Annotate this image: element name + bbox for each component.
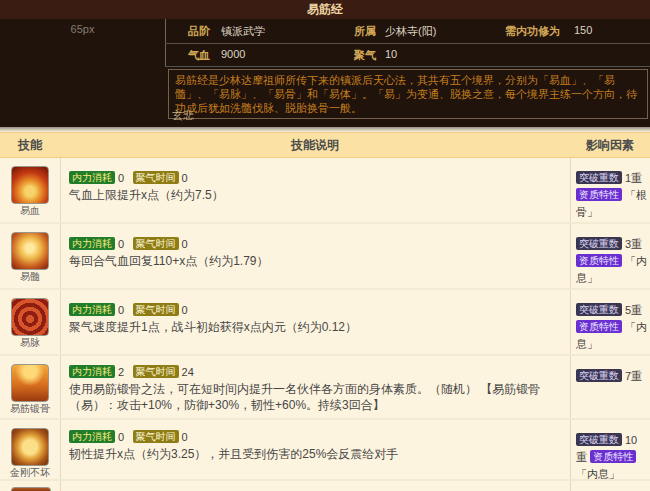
column-header-factors: 影响因素 bbox=[570, 133, 650, 157]
panel-divider bbox=[165, 66, 650, 67]
table-header: 技能 技能说明 影响因素 bbox=[0, 132, 650, 158]
skill-description: 聚气速度提升1点，战斗初始获得x点内元（约为0.12） bbox=[69, 319, 560, 335]
qi-time-value: 0 bbox=[182, 172, 188, 184]
skill-description: 每回合气血回复110+x点（约为1.79） bbox=[69, 253, 560, 269]
field-label-required-neigong: 需内功修为 bbox=[505, 24, 560, 39]
column-header-desc: 技能说明 bbox=[60, 133, 570, 157]
column-header-skill: 技能 bbox=[0, 133, 60, 157]
image-placeholder-text: 65px bbox=[71, 23, 95, 35]
qi-time-badge: 聚气时间 bbox=[133, 365, 179, 378]
skill-name: 金刚不坏 bbox=[0, 467, 60, 479]
aptitude-badge: 资质特性 bbox=[576, 188, 622, 201]
aptitude-value: 「内息」 bbox=[576, 467, 620, 479]
field-value-hp: 9000 bbox=[221, 48, 245, 60]
skill-image-placeholder: 65px bbox=[0, 19, 165, 127]
source-character: 玄悲 bbox=[172, 108, 194, 123]
skill-table-body: 易血 内力消耗0 聚气时间0 气血上限提升x点（约为7.5） 突破重数1重 资质… bbox=[0, 158, 650, 491]
skill-description-box: 易筋经是少林达摩祖师所传下来的镇派后天心法，其共有五个境界，分别为「易血」、「易… bbox=[168, 69, 648, 119]
breakthrough-badge: 突破重数 bbox=[576, 171, 622, 184]
breakthrough-badge: 突破重数 bbox=[576, 433, 622, 446]
table-row: 易髓 内力消耗0 聚气时间0 每回合气血回复110+x点（约为1.79） 突破重… bbox=[0, 224, 650, 290]
field-value-school: 少林寺(阳) bbox=[385, 24, 436, 39]
table-row: 易筋锻骨 内力消耗2 聚气时间24 使用易筋锻骨之法，可在短时间内提升一名伙伴各… bbox=[0, 356, 650, 420]
seated-golden-monk-icon[interactable] bbox=[11, 232, 49, 270]
qi-time-value: 0 bbox=[182, 431, 188, 443]
table-row-partial bbox=[0, 481, 650, 491]
burning-monk-icon[interactable] bbox=[11, 166, 49, 204]
qi-time-badge: 聚气时间 bbox=[133, 303, 179, 316]
table-row: 易血 内力消耗0 聚气时间0 气血上限提升x点（约为7.5） 突破重数1重 资质… bbox=[0, 158, 650, 224]
field-label-hp: 气血 bbox=[188, 48, 210, 63]
field-value-qi: 10 bbox=[385, 48, 397, 60]
neili-cost-badge: 内力消耗 bbox=[69, 365, 115, 378]
breakthrough-value: 3重 bbox=[625, 238, 642, 250]
page-title: 易筋经 bbox=[0, 0, 650, 19]
qi-time-badge: 聚气时间 bbox=[133, 171, 179, 184]
golden-ring-monk-icon[interactable] bbox=[11, 428, 49, 466]
skill-description: 使用易筋锻骨之法，可在短时间内提升一名伙伴各方面的身体素质。（随机） 【易筋锻骨… bbox=[69, 381, 560, 413]
field-label-grade: 品阶 bbox=[188, 24, 210, 39]
info-panel: 65px 品阶 镇派武学 所属 少林寺(阳) 需内功修为 150 气血 9000… bbox=[0, 19, 650, 127]
aptitude-badge: 资质特性 bbox=[590, 450, 636, 463]
neili-cost-value: 0 bbox=[118, 431, 124, 443]
table-row: 易脉 内力消耗0 聚气时间0 聚气速度提升1点，战斗初始获得x点内元（约为0.1… bbox=[0, 290, 650, 356]
neili-cost-value: 0 bbox=[118, 238, 124, 250]
breakthrough-badge: 突破重数 bbox=[576, 303, 622, 316]
skill-name: 易血 bbox=[0, 205, 60, 217]
skill-description: 气血上限提升x点（约为7.5） bbox=[69, 187, 560, 203]
breakthrough-badge: 突破重数 bbox=[576, 237, 622, 250]
field-label-school: 所属 bbox=[354, 24, 376, 39]
neili-cost-value: 0 bbox=[118, 172, 124, 184]
cropped-skill-icon[interactable] bbox=[11, 487, 51, 491]
flaming-back-icon[interactable] bbox=[11, 364, 49, 402]
skill-name: 易髓 bbox=[0, 271, 60, 283]
breakthrough-value: 1重 bbox=[625, 172, 642, 184]
neili-cost-badge: 内力消耗 bbox=[69, 303, 115, 316]
panel-divider bbox=[165, 43, 650, 44]
qi-time-value: 0 bbox=[182, 304, 188, 316]
breakthrough-badge: 突破重数 bbox=[576, 369, 622, 382]
qi-time-badge: 聚气时间 bbox=[133, 237, 179, 250]
field-value-required-neigong: 150 bbox=[574, 24, 592, 36]
skill-description: 韧性提升x点（约为3.25），并且受到伤害的25%会反震给对手 bbox=[69, 446, 560, 462]
red-coil-monk-icon[interactable] bbox=[11, 298, 49, 336]
table-row: 金刚不坏 内力消耗0 聚气时间0 韧性提升x点（约为3.25），并且受到伤害的2… bbox=[0, 420, 650, 481]
aptitude-badge: 资质特性 bbox=[576, 254, 622, 267]
aptitude-badge: 资质特性 bbox=[576, 320, 622, 333]
qi-time-value: 0 bbox=[182, 238, 188, 250]
neili-cost-value: 2 bbox=[118, 366, 124, 378]
neili-cost-badge: 内力消耗 bbox=[69, 171, 115, 184]
skill-name: 易脉 bbox=[0, 337, 60, 349]
neili-cost-badge: 内力消耗 bbox=[69, 237, 115, 250]
breakthrough-value: 7重 bbox=[625, 370, 642, 382]
neili-cost-value: 0 bbox=[118, 304, 124, 316]
skill-name: 易筋锻骨 bbox=[0, 403, 60, 415]
field-label-qi: 聚气 bbox=[354, 48, 376, 63]
neili-cost-badge: 内力消耗 bbox=[69, 430, 115, 443]
qi-time-value: 24 bbox=[182, 366, 194, 378]
field-value-grade: 镇派武学 bbox=[221, 24, 265, 39]
skill-wiki-page: 易筋经 65px 品阶 镇派武学 所属 少林寺(阳) 需内功修为 150 气血 … bbox=[0, 0, 650, 491]
qi-time-badge: 聚气时间 bbox=[133, 430, 179, 443]
breakthrough-value: 5重 bbox=[625, 304, 642, 316]
